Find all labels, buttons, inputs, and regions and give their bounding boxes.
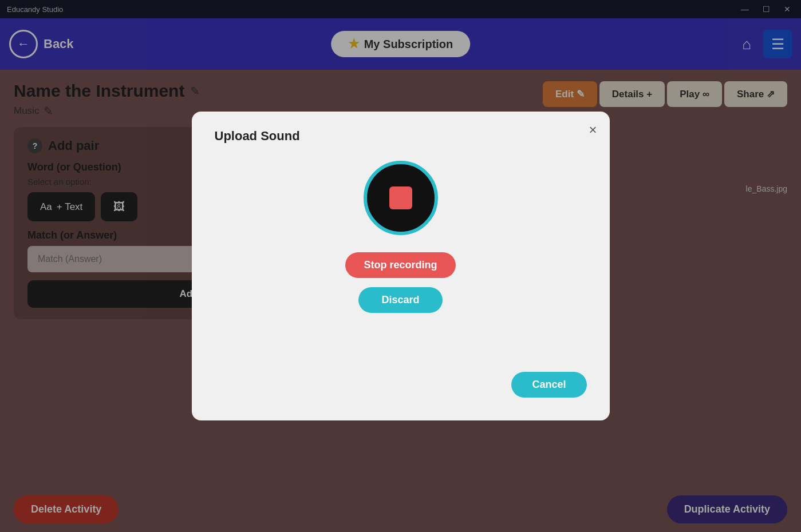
- discard-button[interactable]: Discard: [358, 287, 442, 313]
- record-button[interactable]: [364, 161, 438, 235]
- upload-sound-modal: Upload Sound × Stop recording Discard Ca…: [192, 112, 610, 420]
- stop-recording-button[interactable]: Stop recording: [345, 252, 455, 278]
- modal-close-button[interactable]: ×: [589, 122, 597, 138]
- modal-title: Upload Sound: [215, 129, 300, 144]
- modal-overlay: Upload Sound × Stop recording Discard Ca…: [0, 0, 801, 532]
- cancel-button[interactable]: Cancel: [511, 372, 586, 398]
- stop-square-icon: [389, 186, 412, 209]
